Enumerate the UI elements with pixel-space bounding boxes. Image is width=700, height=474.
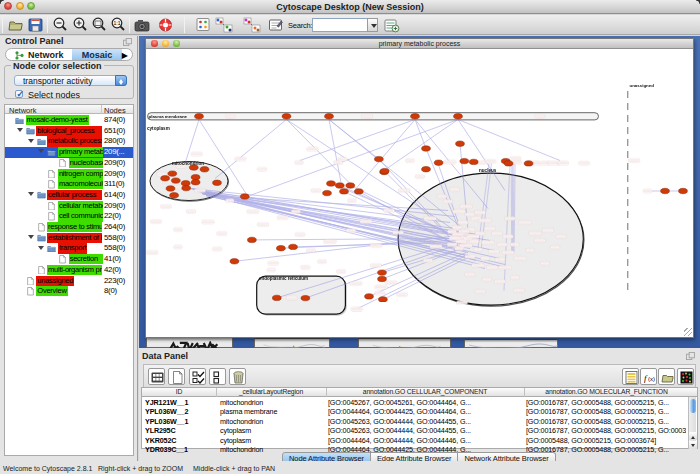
svg-text:mitochondrion: mitochondrion — [172, 161, 204, 166]
svg-text:(x): (x) — [648, 376, 655, 382]
svg-text:plasma membrane: plasma membrane — [149, 114, 188, 119]
svg-text:endoplasmic reticulum: endoplasmic reticulum — [259, 276, 308, 281]
svg-text:nucleus: nucleus — [479, 168, 497, 173]
svg-text:unassigned: unassigned — [630, 83, 655, 88]
svg-text:1:1: 1:1 — [114, 20, 121, 26]
svg-text:cytoplasm: cytoplasm — [147, 126, 170, 131]
